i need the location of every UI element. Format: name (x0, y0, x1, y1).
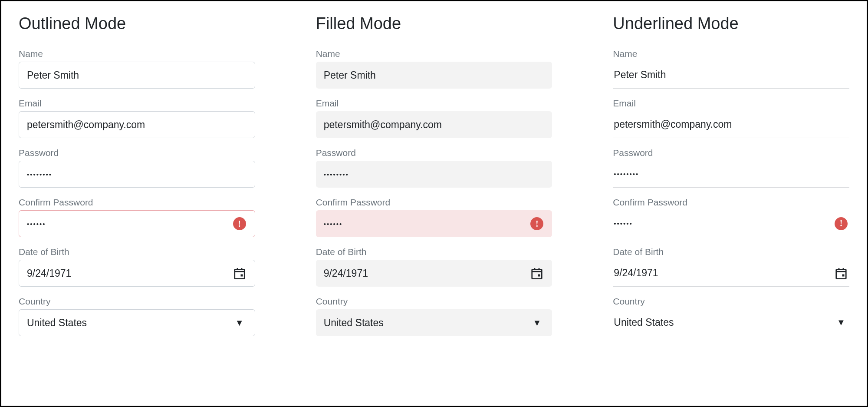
name-input-wrap[interactable] (316, 62, 552, 89)
password-input[interactable]: •••••••• (27, 171, 247, 178)
dob-input[interactable]: 9/24/1971 (614, 267, 834, 279)
outlined-title: Outlined Mode (19, 14, 255, 33)
error-icon: ! (232, 216, 247, 231)
confirm-password-field: Confirm Password •••••• ! (19, 197, 255, 237)
name-field: Name (316, 49, 552, 89)
svg-rect-0 (234, 269, 244, 278)
calendar-icon[interactable] (834, 266, 848, 281)
chevron-down-icon[interactable]: ▼ (529, 315, 544, 330)
confirm-password-field: Confirm Password •••••• ! (613, 197, 849, 237)
password-input-wrap[interactable]: •••••••• (316, 161, 552, 188)
country-select[interactable]: United States (614, 317, 834, 328)
confirm-password-label: Confirm Password (19, 197, 255, 208)
error-icon: ! (834, 216, 848, 231)
password-input-wrap[interactable]: •••••••• (613, 161, 849, 188)
name-input-wrap[interactable] (19, 62, 255, 89)
country-select-wrap[interactable]: United States ▼ (613, 309, 849, 336)
email-field: Email (316, 98, 552, 138)
name-field: Name (19, 49, 255, 89)
country-field: Country United States ▼ (19, 296, 255, 336)
confirm-password-input-wrap[interactable]: •••••• ! (316, 210, 552, 237)
email-input[interactable] (614, 111, 848, 138)
dob-label: Date of Birth (613, 247, 849, 257)
dob-input-wrap[interactable]: 9/24/1971 (316, 260, 552, 287)
email-label: Email (613, 98, 849, 109)
dob-input[interactable]: 9/24/1971 (324, 268, 530, 279)
country-select[interactable]: United States (27, 317, 232, 329)
country-field: Country United States ▼ (316, 296, 552, 336)
name-input[interactable] (614, 62, 848, 88)
country-label: Country (19, 296, 255, 307)
email-label: Email (19, 98, 255, 109)
svg-rect-5 (532, 269, 542, 278)
exclamation-icon: ! (233, 217, 246, 230)
chevron-down-icon[interactable]: ▼ (232, 315, 247, 330)
country-label: Country (316, 296, 552, 307)
name-field: Name (613, 49, 849, 89)
filled-title: Filled Mode (316, 14, 552, 33)
dob-input-wrap[interactable]: 9/24/1971 (19, 260, 255, 287)
country-field: Country United States ▼ (613, 296, 849, 336)
underlined-column: Underlined Mode Name Email Password ••••… (613, 14, 849, 388)
country-select-wrap[interactable]: United States ▼ (316, 309, 552, 336)
dob-field: Date of Birth 9/24/1971 (316, 247, 552, 287)
country-select-wrap[interactable]: United States ▼ (19, 309, 255, 336)
country-select[interactable]: United States (324, 317, 530, 329)
email-input[interactable] (27, 112, 247, 138)
password-input[interactable]: •••••••• (614, 170, 848, 178)
svg-rect-10 (836, 269, 846, 278)
svg-rect-14 (842, 274, 845, 276)
filled-column: Filled Mode Name Email Password ••••••••… (316, 14, 552, 388)
exclamation-icon: ! (530, 217, 543, 230)
dob-label: Date of Birth (19, 247, 255, 257)
confirm-password-input[interactable]: •••••• (27, 220, 232, 228)
confirm-password-label: Confirm Password (613, 197, 849, 208)
password-field: Password •••••••• (19, 148, 255, 188)
calendar-icon[interactable] (529, 266, 544, 281)
confirm-password-input-wrap[interactable]: •••••• ! (19, 210, 255, 237)
name-input-wrap[interactable] (613, 62, 849, 89)
password-input-wrap[interactable]: •••••••• (19, 161, 255, 188)
password-field: Password •••••••• (613, 148, 849, 188)
confirm-password-field: Confirm Password •••••• ! (316, 197, 552, 237)
svg-rect-9 (538, 275, 540, 277)
password-field: Password •••••••• (316, 148, 552, 188)
chevron-down-icon[interactable]: ▼ (834, 315, 848, 330)
modes-demo-frame: Outlined Mode Name Email Password ••••••… (0, 0, 868, 407)
email-input-wrap[interactable] (19, 111, 255, 138)
confirm-password-input[interactable]: •••••• (614, 220, 834, 227)
email-input[interactable] (324, 111, 545, 138)
name-label: Name (316, 49, 552, 59)
dob-field: Date of Birth 9/24/1971 (19, 247, 255, 287)
email-input-wrap[interactable] (316, 111, 552, 138)
password-input[interactable]: •••••••• (324, 171, 545, 178)
country-label: Country (613, 296, 849, 307)
name-label: Name (19, 49, 255, 59)
dob-field: Date of Birth 9/24/1971 (613, 247, 849, 287)
confirm-password-input[interactable]: •••••• (324, 220, 530, 228)
error-icon: ! (529, 216, 544, 231)
dob-input[interactable]: 9/24/1971 (27, 268, 232, 279)
email-field: Email (613, 98, 849, 138)
dob-input-wrap[interactable]: 9/24/1971 (613, 260, 849, 287)
confirm-password-input-wrap[interactable]: •••••• ! (613, 210, 849, 237)
email-input-wrap[interactable] (613, 111, 849, 138)
exclamation-icon: ! (835, 217, 848, 230)
confirm-password-label: Confirm Password (316, 197, 552, 208)
svg-rect-4 (240, 275, 243, 277)
outlined-column: Outlined Mode Name Email Password ••••••… (19, 14, 255, 388)
name-input[interactable] (27, 62, 247, 88)
password-label: Password (19, 148, 255, 158)
password-label: Password (316, 148, 552, 158)
name-input[interactable] (324, 62, 545, 89)
dob-label: Date of Birth (316, 247, 552, 257)
calendar-icon[interactable] (232, 266, 247, 281)
name-label: Name (613, 49, 849, 59)
password-label: Password (613, 148, 849, 158)
email-label: Email (316, 98, 552, 109)
underlined-title: Underlined Mode (613, 14, 849, 33)
email-field: Email (19, 98, 255, 138)
